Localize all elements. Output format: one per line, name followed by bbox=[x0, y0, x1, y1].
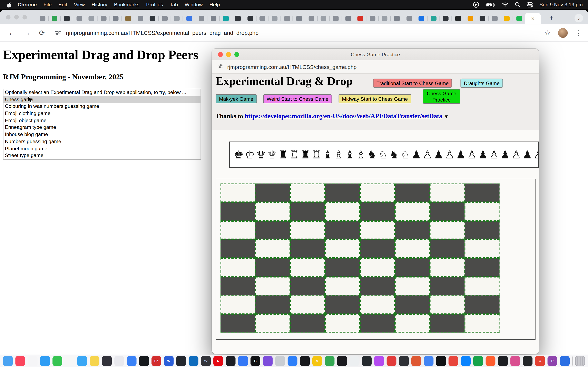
board-cell[interactable] bbox=[290, 277, 325, 295]
reload-icon[interactable]: ⟳ bbox=[39, 29, 45, 37]
board-cell[interactable] bbox=[325, 295, 360, 314]
dock-app-icon[interactable]: tv bbox=[201, 356, 211, 366]
dock-app-icon[interactable] bbox=[28, 356, 38, 366]
menu-dots-icon[interactable]: ⋮ bbox=[575, 29, 582, 37]
board-cell[interactable] bbox=[255, 314, 290, 333]
chess-piece[interactable]: ♙ bbox=[533, 150, 539, 160]
board-cell[interactable] bbox=[360, 295, 395, 314]
board-cell[interactable] bbox=[465, 221, 500, 239]
browser-tab[interactable] bbox=[501, 13, 513, 24]
dock-app-icon[interactable] bbox=[127, 356, 137, 366]
dock-app-icon[interactable] bbox=[176, 356, 186, 366]
browser-tab[interactable] bbox=[318, 13, 330, 24]
board-cell[interactable] bbox=[430, 239, 465, 258]
browser-tab[interactable] bbox=[183, 13, 195, 24]
browser-tab[interactable] bbox=[489, 13, 501, 24]
browser-tab[interactable] bbox=[208, 13, 220, 24]
browser-tab[interactable] bbox=[195, 13, 208, 24]
board-cell[interactable] bbox=[430, 277, 465, 295]
dock-app-icon[interactable] bbox=[498, 356, 508, 366]
board-cell[interactable] bbox=[395, 314, 430, 333]
board-cell[interactable] bbox=[290, 295, 325, 314]
browser-tab[interactable] bbox=[281, 13, 293, 24]
board-cell[interactable] bbox=[465, 314, 500, 333]
board-cell[interactable] bbox=[290, 314, 325, 333]
board-cell[interactable] bbox=[430, 258, 465, 277]
menubar-item-file[interactable]: File bbox=[40, 2, 55, 8]
browser-tab[interactable] bbox=[232, 13, 244, 24]
chess-game-practice-button[interactable]: Chess Game Practice bbox=[423, 89, 460, 104]
menubar-item-help[interactable]: Help bbox=[206, 2, 223, 8]
board-cell[interactable] bbox=[360, 184, 395, 202]
browser-tab[interactable] bbox=[452, 13, 464, 24]
dock-app-icon[interactable] bbox=[387, 356, 397, 366]
site-info-icon[interactable] bbox=[55, 30, 61, 36]
chess-piece[interactable]: ♟ bbox=[477, 150, 488, 160]
tab-search-chevron[interactable]: ⌄ bbox=[575, 14, 583, 22]
listbox-option[interactable]: Street type game bbox=[3, 152, 201, 159]
chess-piece[interactable]: ♖ bbox=[311, 150, 322, 160]
weird-start-button[interactable]: Weird Start to Chess Game bbox=[263, 94, 332, 103]
board-cell[interactable] bbox=[465, 239, 500, 258]
chess-piece[interactable]: ♖ bbox=[289, 150, 300, 160]
dock-app-icon[interactable] bbox=[374, 356, 384, 366]
dock-app-icon[interactable] bbox=[40, 356, 50, 366]
menubar-item-chrome[interactable]: Chrome bbox=[14, 2, 40, 8]
listbox-option[interactable]: Planet moon game bbox=[3, 145, 201, 152]
bookmark-star-icon[interactable]: ☆ bbox=[545, 29, 551, 37]
board-cell[interactable] bbox=[430, 184, 465, 202]
draughts-game-button[interactable]: Draughts Game bbox=[461, 79, 503, 88]
midway-start-button[interactable]: Midway Start to Chess Game bbox=[339, 94, 411, 103]
board-cell[interactable] bbox=[255, 202, 290, 221]
browser-tab[interactable] bbox=[49, 13, 61, 24]
board-cell[interactable] bbox=[290, 258, 325, 277]
board-cell[interactable] bbox=[255, 295, 290, 314]
board-cell[interactable] bbox=[255, 239, 290, 258]
dock-app-icon[interactable] bbox=[77, 356, 87, 366]
board-cell[interactable] bbox=[325, 239, 360, 258]
board-cell[interactable] bbox=[255, 258, 290, 277]
wifi-icon[interactable] bbox=[502, 2, 509, 7]
menubar-item-profiles[interactable]: Profiles bbox=[143, 2, 166, 8]
menubar-item-bookmarks[interactable]: Bookmarks bbox=[111, 2, 143, 8]
chess-piece[interactable]: ♜ bbox=[300, 150, 311, 160]
browser-tab[interactable] bbox=[159, 13, 171, 24]
chess-piece[interactable]: ♙ bbox=[511, 150, 522, 160]
popup-address[interactable]: rjmprogramming.com.au/HTMLCSS/chess_game… bbox=[227, 64, 356, 70]
dock-app-icon[interactable] bbox=[362, 356, 372, 366]
board-cell[interactable] bbox=[221, 221, 255, 239]
chess-piece[interactable]: ♙ bbox=[466, 150, 477, 160]
browser-tab[interactable] bbox=[330, 13, 342, 24]
board-cell[interactable] bbox=[290, 202, 325, 221]
mozilla-datatransfer-link[interactable]: https://developer.mozilla.org/en-US/docs… bbox=[245, 113, 442, 120]
dock-app-icon[interactable] bbox=[436, 356, 446, 366]
listbox-option[interactable]: Emoji clothing game bbox=[3, 110, 201, 117]
board-cell[interactable] bbox=[395, 202, 430, 221]
browser-tab[interactable] bbox=[36, 13, 49, 24]
browser-tab[interactable] bbox=[342, 13, 354, 24]
dock-app-icon[interactable] bbox=[15, 356, 25, 366]
popup-title-bar[interactable]: Chess Game Practice bbox=[212, 49, 539, 60]
browser-tab[interactable] bbox=[366, 13, 379, 24]
board-cell[interactable] bbox=[360, 239, 395, 258]
dock-app-icon[interactable] bbox=[300, 356, 310, 366]
browser-tab[interactable] bbox=[146, 13, 159, 24]
profile-avatar[interactable] bbox=[558, 28, 568, 38]
dock-app-icon[interactable] bbox=[189, 356, 199, 366]
chess-piece[interactable]: ♟ bbox=[411, 150, 422, 160]
board-cell[interactable] bbox=[360, 277, 395, 295]
forward-icon[interactable]: → bbox=[24, 29, 31, 37]
chess-piece[interactable]: ♗ bbox=[333, 150, 344, 160]
board-cell[interactable] bbox=[290, 221, 325, 239]
dock-app-icon[interactable] bbox=[486, 356, 495, 366]
board-cell[interactable] bbox=[221, 202, 255, 221]
browser-tab[interactable] bbox=[403, 13, 415, 24]
board-cell[interactable] bbox=[221, 239, 255, 258]
board-cell[interactable] bbox=[221, 295, 255, 314]
close-tab-icon[interactable]: × bbox=[531, 15, 535, 22]
browser-tab[interactable] bbox=[440, 13, 452, 24]
dock-app-icon[interactable] bbox=[510, 356, 520, 366]
menubar-item-edit[interactable]: Edit bbox=[55, 2, 71, 8]
browser-tab[interactable] bbox=[97, 13, 110, 24]
board-cell[interactable] bbox=[430, 202, 465, 221]
